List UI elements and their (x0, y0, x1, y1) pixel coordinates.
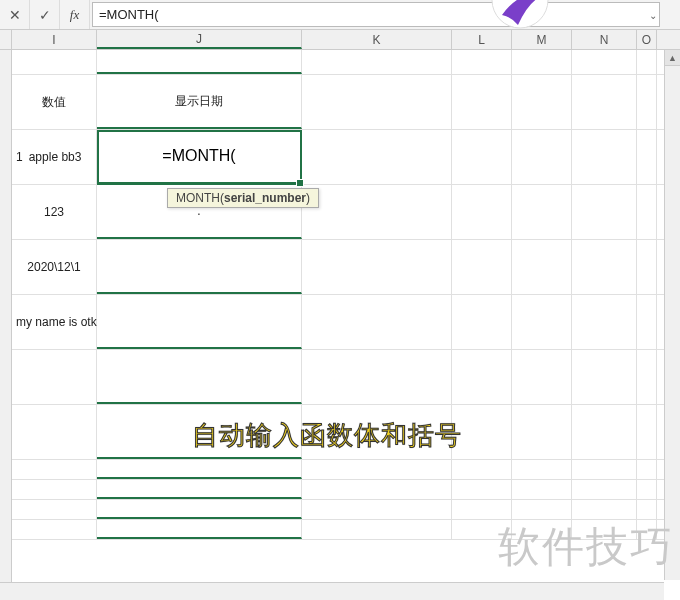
cell[interactable] (572, 295, 637, 349)
column-header-I[interactable]: I (12, 30, 97, 49)
cell[interactable]: 显示日期 (97, 75, 302, 129)
cell[interactable] (302, 185, 452, 239)
cell[interactable] (302, 350, 452, 404)
cell[interactable] (302, 75, 452, 129)
cell[interactable] (302, 295, 452, 349)
cell[interactable] (452, 405, 512, 459)
column-header-K[interactable]: K (302, 30, 452, 49)
cell[interactable]: 2020\12\1 (12, 240, 97, 294)
cell[interactable] (637, 500, 657, 519)
cell[interactable] (572, 75, 637, 129)
cell[interactable] (452, 500, 512, 519)
cell[interactable] (572, 350, 637, 404)
cell[interactable] (572, 185, 637, 239)
cell[interactable] (512, 130, 572, 184)
cell[interactable] (572, 50, 637, 74)
insert-function-button[interactable]: fx (60, 0, 90, 29)
cell[interactable] (12, 460, 97, 479)
cell[interactable] (302, 480, 452, 499)
cell[interactable] (572, 405, 637, 459)
cell[interactable] (97, 240, 302, 294)
cell[interactable] (12, 350, 97, 404)
cell[interactable] (302, 240, 452, 294)
cell[interactable] (637, 50, 657, 74)
cell[interactable] (452, 75, 512, 129)
column-header-O[interactable]: O (637, 30, 657, 49)
cell[interactable] (12, 500, 97, 519)
cell[interactable]: my name is otk (12, 295, 97, 349)
cell[interactable] (637, 75, 657, 129)
cell[interactable] (302, 405, 452, 459)
cell[interactable] (512, 185, 572, 239)
cell[interactable] (97, 50, 302, 74)
cell[interactable] (572, 130, 637, 184)
cell[interactable] (452, 520, 512, 539)
formula-input[interactable]: =MONTH( ⌄ (92, 2, 660, 27)
cell[interactable] (637, 350, 657, 404)
column-header-L[interactable]: L (452, 30, 512, 49)
cell[interactable] (572, 520, 637, 539)
cell[interactable] (452, 350, 512, 404)
cell[interactable] (452, 295, 512, 349)
cell[interactable] (512, 240, 572, 294)
horizontal-scrollbar[interactable] (0, 582, 664, 600)
formula-cancel-button[interactable]: ✕ (0, 0, 30, 29)
column-header-J[interactable]: J (97, 30, 302, 49)
cell[interactable] (512, 295, 572, 349)
cell[interactable] (572, 460, 637, 479)
cell[interactable]: 1 apple bb3 (12, 130, 97, 184)
column-header-M[interactable]: M (512, 30, 572, 49)
cell[interactable] (452, 130, 512, 184)
cell[interactable] (512, 480, 572, 499)
select-all-corner[interactable] (0, 30, 12, 49)
cell[interactable]: 123 (12, 185, 97, 239)
cell[interactable] (512, 75, 572, 129)
vertical-scrollbar[interactable]: ▲ (664, 50, 680, 580)
cell[interactable] (12, 50, 97, 74)
cell[interactable] (512, 520, 572, 539)
cell[interactable] (637, 405, 657, 459)
cell[interactable] (97, 460, 302, 479)
cell[interactable] (302, 50, 452, 74)
cell[interactable] (302, 460, 452, 479)
cell[interactable] (572, 500, 637, 519)
cell[interactable] (512, 50, 572, 74)
function-tooltip[interactable]: MONTH(serial_number) (167, 188, 319, 208)
active-cell[interactable]: =MONTH( (97, 130, 302, 184)
expand-formula-icon[interactable]: ⌄ (649, 9, 657, 20)
cell[interactable] (97, 500, 302, 519)
cell[interactable] (637, 240, 657, 294)
cell[interactable]: 数值 (12, 75, 97, 129)
scroll-up-button[interactable]: ▲ (665, 50, 680, 66)
cell[interactable] (512, 500, 572, 519)
cell[interactable] (452, 185, 512, 239)
formula-accept-button[interactable]: ✓ (30, 0, 60, 29)
cell[interactable] (97, 350, 302, 404)
cell[interactable] (637, 295, 657, 349)
cell[interactable] (572, 480, 637, 499)
cell[interactable] (302, 520, 452, 539)
cell[interactable] (302, 500, 452, 519)
cell[interactable] (97, 520, 302, 539)
cell[interactable] (12, 405, 97, 459)
cell[interactable] (637, 185, 657, 239)
cell[interactable] (512, 405, 572, 459)
row-header-gutter[interactable] (0, 50, 12, 600)
cell[interactable] (637, 460, 657, 479)
cell[interactable] (637, 130, 657, 184)
cell[interactable] (302, 130, 452, 184)
cell[interactable] (452, 50, 512, 74)
cell[interactable] (452, 240, 512, 294)
cell[interactable] (572, 240, 637, 294)
cell[interactable] (12, 520, 97, 539)
cell[interactable] (637, 480, 657, 499)
cell[interactable] (637, 520, 657, 539)
cell[interactable] (452, 460, 512, 479)
cell[interactable] (12, 480, 97, 499)
cell[interactable] (452, 480, 512, 499)
cell[interactable] (97, 295, 302, 349)
cell[interactable] (512, 460, 572, 479)
cell[interactable] (97, 480, 302, 499)
column-header-N[interactable]: N (572, 30, 637, 49)
cell[interactable] (97, 405, 302, 459)
